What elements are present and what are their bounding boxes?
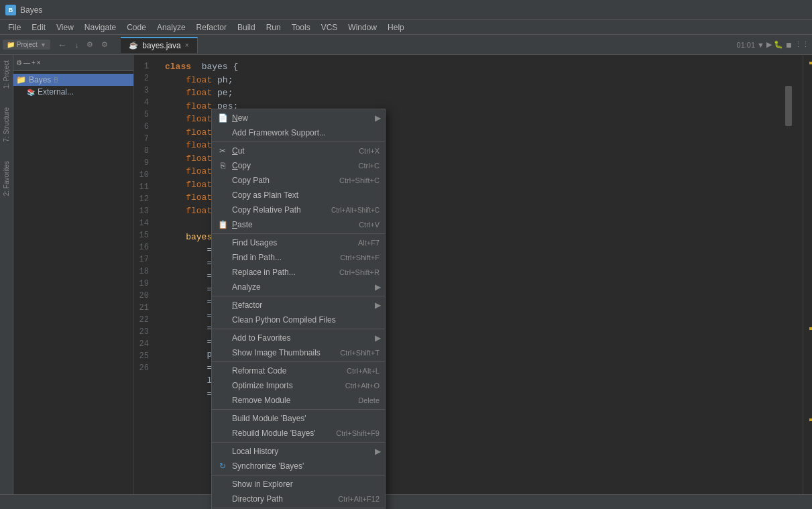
code-line-1: class bayes { (165, 60, 803, 74)
cm-optimize-imports[interactable]: Optimize Imports Ctrl+Alt+O (212, 378, 385, 393)
cm-copy-relative[interactable]: Copy Relative Path Ctrl+Alt+Shift+C (212, 203, 385, 217)
menu-bar: File Edit View Navigate Code Analyze Ref… (0, 20, 812, 35)
tree-item-badge: B (54, 76, 58, 84)
cm-remove-label: Remove Module (232, 396, 371, 405)
dropdown-icon: ▼ (757, 41, 764, 49)
toolbar-gear2-icon[interactable]: ⚙ (98, 39, 111, 50)
build-icon (217, 413, 228, 424)
cm-copy-path[interactable]: Copy Path Ctrl+Shift+C (212, 173, 385, 188)
project-button[interactable]: 📁 Project ▼ (3, 40, 50, 50)
sync-icon: ↻ (217, 461, 228, 471)
gutter-mark-1 (809, 62, 812, 64)
cm-local-history[interactable]: Local History ▶ (212, 444, 385, 459)
toolbar-back-icon[interactable]: ← (54, 38, 70, 52)
new-icon: 📄 (217, 113, 228, 123)
menu-refactor[interactable]: Refactor (191, 20, 232, 34)
menu-code[interactable]: Code (121, 20, 152, 34)
cm-thumbnails-shortcut: Ctrl+Shift+T (340, 349, 380, 357)
sidebar-label-favorites[interactable]: 2: Favorites (1, 158, 11, 199)
menu-build[interactable]: Build (232, 20, 261, 34)
more-icon[interactable]: ⋮⋮ (795, 40, 809, 49)
scrollbar-thumb[interactable] (785, 86, 792, 126)
menu-window[interactable]: Window (343, 20, 382, 34)
cm-cut[interactable]: ✂ Cut Ctrl+X (212, 144, 385, 158)
cm-copy-plain[interactable]: Copy as Plain Text (212, 188, 385, 203)
tab-area: ☕ bayes.java × (121, 37, 197, 53)
menu-navigate[interactable]: Navigate (79, 20, 121, 34)
cm-remove-module[interactable]: Remove Module Delete (212, 393, 385, 408)
cm-rebuild-module[interactable]: Rebuild Module 'Bayes' Ctrl+Shift+F9 (212, 426, 385, 441)
analyze-icon (217, 282, 228, 292)
analyze-arrow-icon: ▶ (375, 282, 381, 292)
sidebar-label-project[interactable]: 1: Project (1, 58, 11, 91)
cm-copy-path-shortcut: Ctrl+Shift+C (339, 176, 380, 184)
toolbar-settings-icon[interactable]: ⚙ (83, 39, 97, 50)
project-collapse-icon[interactable]: — (23, 59, 30, 66)
gutter-mark-3 (809, 418, 812, 421)
project-tree: 📁 Bayes B 📚 External... (13, 71, 133, 509)
remove-icon (217, 395, 228, 406)
menu-help[interactable]: Help (382, 20, 410, 34)
sidebar-label-structure[interactable]: 7: Structure (1, 105, 11, 145)
cm-find-in-path[interactable]: Find in Path... Ctrl+Shift+F (212, 250, 385, 265)
menu-analyze[interactable]: Analyze (152, 20, 191, 34)
cm-show-explorer[interactable]: Show in Explorer (212, 477, 385, 492)
line-col-indicator: 01:01 (737, 41, 756, 49)
cm-reformat[interactable]: Reformat Code Ctrl+Alt+L (212, 363, 385, 378)
cm-refactor-label: Refactor (232, 300, 371, 310)
cm-analyze[interactable]: Analyze ▶ (212, 280, 385, 294)
cm-copy-shortcut: Ctrl+C (359, 162, 380, 170)
cm-clean-python[interactable]: Clean Python Compiled Files (212, 313, 385, 327)
clean-icon (217, 315, 228, 325)
cm-copy[interactable]: ⎘ Copy Ctrl+C (212, 158, 385, 173)
menu-edit[interactable]: Edit (26, 20, 51, 34)
tree-item-external-label: External... (38, 87, 74, 97)
menu-run[interactable]: Run (261, 20, 286, 34)
right-panel (803, 55, 812, 509)
menu-view[interactable]: View (51, 20, 79, 34)
copy-path-icon (217, 175, 228, 186)
tab-bayes-java[interactable]: ☕ bayes.java × (121, 37, 197, 53)
cm-show-thumbnails[interactable]: Show Image Thumbnails Ctrl+Shift+T (212, 345, 385, 360)
cm-add-favorites[interactable]: Add to Favorites ▶ (212, 331, 385, 345)
cm-new-label: New (232, 113, 371, 123)
find-usages-icon (217, 237, 228, 248)
paste-icon: 📋 (217, 219, 228, 230)
menu-vcs[interactable]: VCS (316, 20, 343, 34)
play-icon[interactable]: ▶ (766, 40, 772, 49)
cm-dir-path-shortcut: Ctrl+Alt+F12 (338, 495, 380, 503)
tree-item-external[interactable]: 📚 External... (13, 86, 133, 98)
cm-build-module[interactable]: Build Module 'Bayes' (212, 411, 385, 426)
cm-add-favorites-label: Add to Favorites (232, 333, 371, 343)
explorer-icon (217, 479, 228, 490)
cm-new[interactable]: 📄 New ▶ (212, 111, 385, 125)
tree-item-bayes[interactable]: 📁 Bayes B (13, 74, 133, 86)
code-area: 1234567891011121314151617181920212223242… (134, 55, 803, 509)
tab-close-icon[interactable]: × (185, 42, 189, 49)
toolbar: 📁 Project ▼ ← ↓ ⚙ ⚙ ☕ bayes.java × 01:01… (0, 35, 812, 55)
cut-icon: ✂ (217, 146, 228, 156)
project-close-icon[interactable]: × (37, 59, 41, 66)
cm-rebuild-shortcut: Ctrl+Shift+F9 (336, 429, 380, 437)
cm-directory-path[interactable]: Directory Path Ctrl+Alt+F12 (212, 492, 385, 506)
cm-copy-label: Copy (232, 161, 371, 170)
cm-synchronize[interactable]: ↻ Synchronize 'Bayes' (212, 459, 385, 473)
history-arrow-icon: ▶ (375, 447, 381, 456)
cm-analyze-label: Analyze (232, 282, 371, 292)
menu-tools[interactable]: Tools (286, 20, 316, 34)
cm-refactor[interactable]: Refactor ▶ (212, 298, 385, 313)
cm-add-framework[interactable]: Add Framework Support... (212, 125, 385, 140)
project-expand-icon[interactable]: + (32, 59, 36, 66)
menu-file[interactable]: File (3, 20, 26, 34)
toolbar-down-icon[interactable]: ↓ (72, 40, 82, 50)
cm-find-usages-label: Find Usages (232, 238, 371, 247)
stop-icon[interactable]: ⏹ (785, 41, 793, 49)
cm-replace-in-path[interactable]: Replace in Path... Ctrl+Shift+R (212, 265, 385, 280)
cm-find-usages[interactable]: Find Usages Alt+F7 (212, 235, 385, 250)
cm-paste[interactable]: 📋 Paste Ctrl+V (212, 217, 385, 232)
scrollbar-track[interactable] (784, 72, 793, 494)
project-settings-icon[interactable]: ⚙ (16, 59, 22, 66)
favorites-arrow-icon: ▶ (375, 333, 381, 343)
history-icon (217, 446, 228, 457)
debug-icon[interactable]: 🐛 (774, 40, 783, 49)
